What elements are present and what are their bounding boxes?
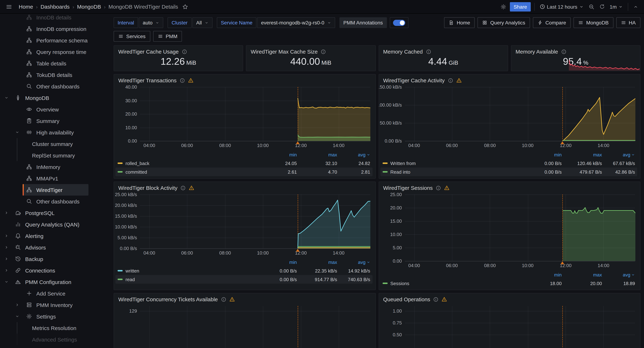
annotation-marker[interactable]: [296, 249, 299, 252]
warning-icon[interactable]: [456, 78, 462, 83]
services-button[interactable]: Services: [114, 31, 150, 42]
legend-column-max[interactable]: max: [297, 152, 337, 157]
annotation-marker[interactable]: [560, 141, 564, 144]
legend-column-avg[interactable]: avg: [337, 260, 370, 265]
warning-icon[interactable]: [442, 296, 447, 302]
annotation-line[interactable]: [298, 306, 298, 348]
legend-row-written[interactable]: written0.00 B/s22.35 kB/s14.92 kB/s: [116, 266, 372, 275]
refresh-button[interactable]: [598, 2, 606, 11]
legend-column-min[interactable]: min: [263, 152, 297, 157]
info-icon[interactable]: [448, 78, 453, 83]
interval-dropdown[interactable]: auto: [139, 17, 164, 28]
annotation-line[interactable]: [562, 306, 563, 348]
dashboard-settings-button[interactable]: [499, 2, 508, 11]
legend-column-max[interactable]: max: [297, 260, 337, 265]
favorite-star-button[interactable]: [181, 2, 190, 11]
sidebar-item-query-response-time[interactable]: Query response time: [0, 46, 108, 58]
sidebar-item-overview[interactable]: Overview: [0, 104, 108, 115]
plot-area[interactable]: 04:0006:0008:0010:0012:0014:00: [405, 87, 635, 141]
pmm-annotations-toggle[interactable]: [390, 17, 408, 28]
warning-icon[interactable]: [188, 78, 194, 83]
plot-area[interactable]: [140, 306, 370, 348]
share-button[interactable]: Share: [510, 2, 531, 11]
info-icon[interactable]: [436, 185, 441, 190]
legend-row-committed[interactable]: committed2.614.702.81: [116, 168, 372, 176]
annotation-marker[interactable]: [560, 261, 564, 264]
sidebar-item-connections[interactable]: Connections: [0, 264, 108, 276]
sidebar-item-other-dashboards[interactable]: Other dashboards: [0, 80, 108, 92]
info-icon[interactable]: [181, 185, 186, 190]
mongodb-button[interactable]: MongoDB: [574, 17, 614, 28]
cluster-dropdown[interactable]: All: [192, 17, 212, 28]
sidebar-item-metrics-resolution[interactable]: Metrics Resolution: [0, 322, 108, 334]
legend-row-read-into[interactable]: Read into0.00 B/s479.67 B/s42.86 B/s: [380, 168, 637, 176]
legend-row-written-from[interactable]: Written from0.00 B/s120.46 kB/s67.67 kB/…: [380, 159, 637, 168]
sidebar-item-backup[interactable]: Backup: [0, 253, 108, 264]
info-icon[interactable]: [426, 49, 431, 54]
ha-button[interactable]: HA: [616, 17, 640, 28]
sidebar-item-summary[interactable]: Summary: [0, 115, 108, 126]
compare-button[interactable]: Compare: [533, 17, 571, 28]
sidebar-item-wiredtiger[interactable]: WiredTiger: [0, 184, 108, 196]
sidebar-item-innodb-details[interactable]: InnoDB details: [0, 14, 108, 23]
plot-area[interactable]: 04:0006:0008:0010:0012:0014:00: [405, 194, 635, 261]
info-icon[interactable]: [321, 49, 326, 54]
time-range-picker[interactable]: Last 12 hours: [538, 4, 585, 10]
query-analytics-button[interactable]: Query Analytics: [478, 17, 530, 28]
sidebar-item-other-dashboards[interactable]: Other dashboards: [0, 196, 108, 207]
legend-column-min[interactable]: min: [263, 260, 297, 265]
info-icon[interactable]: [221, 297, 226, 302]
sidebar-item-table-details[interactable]: Table details: [0, 58, 108, 69]
refresh-interval-dropdown[interactable]: 1m: [608, 4, 624, 10]
sidebar-item-mmapv1[interactable]: MMAPv1: [0, 172, 108, 184]
panel-title: WiredTiger Cache Activity: [383, 77, 444, 84]
collapse-topbar-button[interactable]: [632, 3, 640, 10]
legend-row-rolled-back[interactable]: rolled_back24.0532.1024.82: [116, 159, 372, 168]
legend-column-min[interactable]: min: [528, 152, 562, 157]
plot-area[interactable]: 04:0006:0008:0010:0012:0014:00: [140, 87, 370, 141]
sidebar-item-pmm-inventory[interactable]: PMM Inventory: [0, 299, 108, 310]
info-icon[interactable]: [182, 49, 187, 54]
sidebar-item-innodb-compression[interactable]: InnoDB compression: [0, 23, 108, 34]
sidebar-item-alerting[interactable]: Alerting: [0, 230, 108, 242]
sidebar-item-replset-summary[interactable]: ReplSet summary: [0, 150, 108, 161]
zoom-out-button[interactable]: [587, 2, 596, 11]
sidebar-item-performance-schema[interactable]: Performance schema: [0, 34, 108, 46]
pmm-button[interactable]: PMM: [153, 31, 182, 42]
plot-area[interactable]: 04:0006:0008:0010:0012:0014:00: [140, 194, 370, 248]
legend-row-read[interactable]: read0.00 B/s914.77 B/s740.63 B/s: [116, 275, 372, 284]
warning-icon[interactable]: [189, 185, 194, 190]
info-icon[interactable]: [434, 297, 438, 302]
warning-icon[interactable]: [230, 296, 235, 302]
sidebar-item-add-service[interactable]: Add Service: [0, 288, 108, 299]
sidebar-item-advanced-settings[interactable]: Advanced Settings: [0, 334, 108, 345]
menu-toggle-button[interactable]: [4, 2, 14, 11]
sidebar-item-advisors[interactable]: Advisors: [0, 242, 108, 253]
sidebar-item-pmm-configuration[interactable]: PMM Configuration: [0, 276, 108, 288]
legend-column-avg[interactable]: avg: [337, 152, 370, 157]
sidebar-item-tokudb-details[interactable]: TokuDB details: [0, 69, 108, 80]
legend-column-min[interactable]: min: [528, 272, 562, 277]
legend-column-max[interactable]: max: [562, 152, 602, 157]
sidebar-item-query-analytics-qan[interactable]: Query Analytics (QAN): [0, 218, 108, 230]
sidebar-item-postgresql[interactable]: PostgreSQL: [0, 207, 108, 218]
sidebar-item-mongodb[interactable]: MongoDB: [0, 92, 108, 104]
annotation-marker[interactable]: [296, 141, 299, 144]
sidebar-item-high-availability[interactable]: High availability: [0, 126, 108, 138]
legend-column-max[interactable]: max: [562, 272, 602, 277]
breadcrumb-item-mongodb[interactable]: MongoDB: [77, 4, 101, 10]
home-button[interactable]: Home: [444, 17, 475, 28]
sidebar-item-settings[interactable]: Settings: [0, 310, 108, 322]
info-icon[interactable]: [561, 49, 566, 54]
plot-area[interactable]: [405, 306, 635, 348]
breadcrumb-item-home[interactable]: Home: [19, 4, 33, 10]
legend-row-sessions[interactable]: Sessions18.0020.0018.89: [380, 279, 637, 288]
info-icon[interactable]: [180, 78, 185, 83]
legend-column-avg[interactable]: avg: [602, 272, 635, 277]
sidebar-item-cluster-summary[interactable]: Cluster summary: [0, 138, 108, 150]
warning-icon[interactable]: [444, 185, 450, 190]
breadcrumb-item-dashboards[interactable]: Dashboards: [40, 4, 70, 10]
sidebar-item-inmemory[interactable]: InMemory: [0, 161, 108, 172]
service-name-dropdown[interactable]: everest-mongodb-w2g-rs0-0: [257, 17, 335, 28]
legend-column-avg[interactable]: avg: [602, 152, 635, 157]
